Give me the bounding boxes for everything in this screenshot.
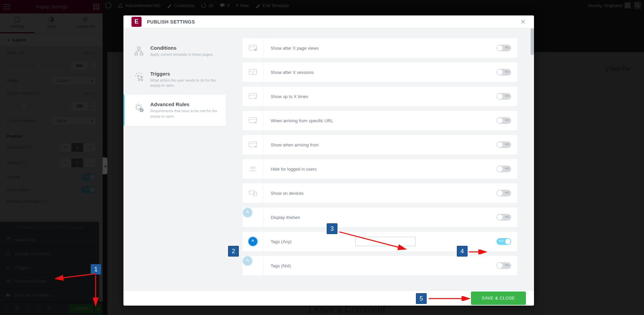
sidebar-conditions[interactable]: ConditionsApply current template to thes… [123,38,226,64]
devices-icon [248,189,258,197]
svg-point-40 [253,167,255,169]
sidebar-triggers[interactable]: TriggersWhat action the user needs to do… [123,64,226,95]
rule-tags-any: ^ Tags (Any) YES [243,232,517,251]
save-close-button[interactable]: SAVE & CLOSE [471,291,526,305]
tags-any-input[interactable] [355,237,416,246]
page-views-toggle[interactable]: NO [496,45,511,51]
rule-sessions: Show after X sessions NO [243,62,517,82]
modal-main: Show after X page views NO Show after X … [226,28,534,290]
annotation-5: 5 [416,293,427,304]
rule-logged-in: Hide for logged in users NO [243,159,517,179]
browser-link-icon [248,117,258,124]
url-toggle[interactable]: NO [496,117,511,124]
svg-point-25 [137,105,141,109]
modal-footer: SAVE & CLOSE [123,290,534,306]
scrollbar[interactable] [531,28,534,55]
sessions-toggle[interactable]: NO [496,69,511,76]
svg-point-29 [254,49,257,51]
annotation-2: 2 [228,246,239,257]
annotation-3: 3 [327,223,337,234]
browser-arrow-icon [248,141,258,148]
arriving-from-toggle[interactable]: NO [496,141,511,148]
svg-rect-23 [135,53,138,55]
display-if-toggle[interactable]: NO [496,214,511,221]
tags-any-toggle[interactable]: YES [496,238,511,245]
svg-point-39 [251,167,252,169]
svg-rect-24 [140,53,143,55]
rule-tags-not: ^ Tags (Not) NO [243,256,517,275]
rule-devices: Show on devices NO [243,183,517,203]
browser-icon [248,93,258,100]
elementor-logo: E [131,17,142,27]
am360-icon: ^ [243,208,253,218]
tags-not-toggle[interactable]: NO [496,262,511,269]
logged-in-toggle[interactable]: NO [496,166,511,172]
rule-arriving-from: Show when arriving from NO [243,135,517,154]
modal-title: PUBLISH SETTINGS [147,19,195,25]
annotation-1: 1 [91,264,101,275]
devices-toggle[interactable]: NO [496,190,511,196]
click-icon [133,71,145,83]
tree-icon [133,45,145,57]
annotation-4: 4 [457,246,468,257]
modal-sidebar: ConditionsApply current template to thes… [123,28,226,290]
users-icon [248,165,258,173]
modal-header: E PUBLISH SETTINGS ✕ [123,15,534,28]
times-toggle[interactable]: NO [496,93,511,100]
rule-url: When arriving from specific URL NO [243,111,517,130]
am360-icon: ^ [243,256,253,266]
svg-point-32 [252,72,254,74]
gear-check-icon [133,101,145,114]
close-icon[interactable]: ✕ [520,18,526,26]
rule-times: Show up to X times NO [243,87,517,106]
browser-icon [248,44,258,52]
publish-settings-modal: E PUBLISH SETTINGS ✕ ConditionsApply cur… [123,15,534,306]
browser-icon [248,69,258,76]
am360-icon: ^ [248,236,258,246]
sidebar-advanced-rules[interactable]: Advanced RulesRequirements that have to … [123,95,226,126]
rule-page-views: Show after X page views NO [243,38,517,58]
rule-display-if: ^ Display if/when NO [243,208,517,227]
svg-rect-22 [138,47,140,49]
